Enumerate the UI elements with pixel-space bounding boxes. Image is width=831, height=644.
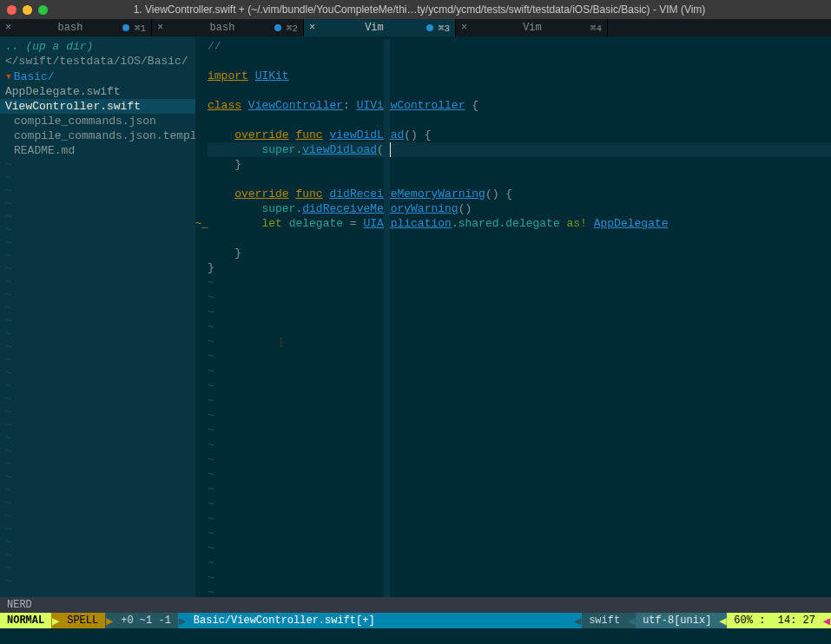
editor-pane[interactable]: ~_ //import UIKitclass ViewController: U… [195,36,831,597]
separator-icon: ▶ [178,613,187,628]
file-item[interactable]: compile_commands.json [0,114,195,128]
empty-line-tilde: ~ [0,431,195,444]
tab-close-icon[interactable]: × [157,22,163,34]
encoding-segment: utf-8[unix] [636,613,718,628]
file-item[interactable]: AppDelegate.swift [0,84,195,99]
tab-close-icon[interactable]: × [309,22,315,34]
main-area: .. (up a dir) </swift/testdata/iOS/Basic… [0,36,831,597]
empty-line-tilde: ~ [0,340,195,353]
folder-expand-icon[interactable]: ▾ [5,70,12,83]
tab-shortcut: ⌘2 [287,23,298,34]
code-line[interactable] [208,113,831,128]
tab-label: bash [170,22,274,34]
code-line[interactable]: super.didReceiveMemoryWarning() [208,201,831,216]
statusbars: NERD NORMAL ▶ SPELL ▶ +0 ~1 -1 ▶ Basic/V… [0,597,831,644]
empty-line-tilde: ~ [0,444,195,457]
position-sep: : [753,614,778,627]
filetype-segment: swift [582,613,627,628]
empty-line-tilde: ~ [208,541,831,555]
empty-line-tilde: ~ [0,314,195,327]
tab-shortcut: ⌘1 [135,23,146,34]
separator-icon: ▶ [51,613,60,628]
code-line[interactable]: } [208,246,831,260]
code-line[interactable]: import UIKit [208,69,831,83]
empty-line-tilde: ~ [0,184,195,197]
code-line[interactable]: // [208,39,831,54]
code-line[interactable] [208,54,831,69]
empty-line-tilde: ~ [208,482,831,496]
code-area[interactable]: //import UIKitclass ViewController: UIVi… [208,39,831,597]
empty-line-tilde: ~ [0,301,195,314]
path-truncated: </swift/testdata/iOS/Basic/ [0,54,195,69]
empty-line-tilde: ~ [0,405,195,418]
empty-line-tilde: ~ [208,305,831,319]
terminal-tab[interactable]: ×bash⌘1 [0,19,152,36]
empty-line-tilde: ~ [0,171,195,184]
code-line[interactable]: class ViewController: UIViewController { [208,98,831,113]
folder-basic[interactable]: ▾Basic/ [0,69,195,84]
empty-line-tilde: ~ [0,197,195,210]
empty-line-tilde: ~ [0,288,195,301]
empty-line-tilde: ~ [0,275,195,288]
empty-line-tilde: ~ [0,470,195,483]
activity-dot-icon [426,24,433,31]
zoom-window-icon[interactable] [38,5,48,15]
tab-shortcut: ⌘3 [439,23,450,34]
empty-line-tilde: ~ [208,511,831,526]
empty-line-tilde: ~ [208,467,831,482]
up-dir[interactable]: .. (up a dir) [0,39,195,54]
file-item[interactable]: README.md [0,143,195,158]
empty-line-tilde: ~ [208,452,831,467]
empty-line-tilde: ~ [0,522,195,536]
command-line[interactable] [0,628,831,644]
code-line[interactable] [208,83,831,98]
code-line[interactable]: } [208,157,831,172]
empty-line-tilde: ~ [208,319,831,334]
empty-line-tilde: ~ [208,334,831,349]
close-window-icon[interactable] [7,5,16,15]
empty-line-tilde: ~ [208,555,831,570]
empty-line-tilde: ~ [0,536,195,549]
code-line[interactable]: override func viewDidLoad() { [208,128,831,142]
empty-line-tilde: ~ [0,418,195,431]
empty-line-tilde: ~ [0,496,195,509]
tab-close-icon[interactable]: × [5,22,11,34]
code-line[interactable] [208,231,831,246]
empty-line-tilde: ~ [208,423,831,437]
code-line[interactable]: super.viewDidLoad() [208,142,831,157]
separator-icon: ◀ [822,613,831,628]
code-line[interactable] [208,172,831,187]
code-line[interactable]: let delegate = UIApplication.shared.dele… [208,216,831,231]
airline-statusline: NORMAL ▶ SPELL ▶ +0 ~1 -1 ▶ Basic/ViewCo… [0,613,831,628]
file-item[interactable]: ViewController.swift [0,99,195,114]
separator-icon: ▶ [105,613,114,628]
terminal-tab[interactable]: ×bash⌘2 [152,19,304,36]
separator-icon: ◀ [627,613,636,628]
tab-close-icon[interactable]: × [461,22,467,34]
terminal-tab[interactable]: ×Vim⌘4 [456,19,608,36]
empty-line-tilde: ~ [208,275,831,290]
empty-line-tilde: ~ [0,158,195,171]
code-line[interactable]: override func didReceiveMemoryWarning() … [208,187,831,201]
nerdtree-sidebar[interactable]: .. (up a dir) </swift/testdata/iOS/Basic… [0,36,195,597]
activity-dot-icon [274,24,281,31]
empty-line-tilde: ~ [0,327,195,340]
file-segment: Basic/ViewController.swift[+] [187,613,573,628]
nerd-label: NERD [7,599,32,611]
minimize-window-icon[interactable] [23,5,32,15]
empty-line-tilde: ~ [208,393,831,408]
empty-line-tilde: ~ [0,392,195,405]
sign-column: ~_ [195,39,208,597]
empty-line-tilde: ~ [208,378,831,393]
empty-line-tilde: ~ [0,210,195,223]
code-line[interactable]: } [208,260,831,275]
tab-shortcut: ⌘4 [590,23,602,34]
empty-line-tilde: ~ [208,349,831,364]
empty-line-tilde: ~ [0,379,195,392]
terminal-tab[interactable]: ×Vim⌘3 [304,19,456,36]
empty-line-tilde: ~ [0,549,195,562]
file-item[interactable]: compile_commands.json.template [0,128,195,143]
empty-line-tilde: ~ [208,526,831,541]
empty-line-tilde: ~ [208,290,831,305]
empty-line-tilde: ~ [208,437,831,452]
